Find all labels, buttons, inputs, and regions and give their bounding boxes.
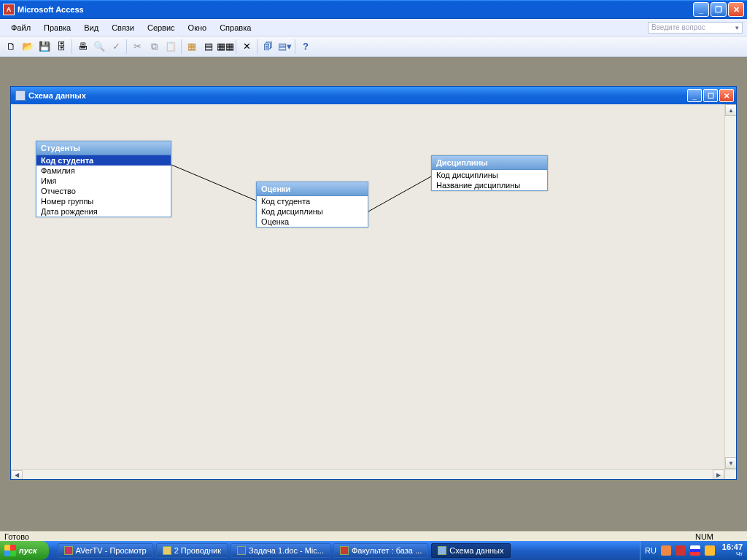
folder-icon bbox=[163, 546, 171, 555]
tray-clock[interactable]: 16:47 Чт bbox=[722, 544, 743, 557]
scroll-left-icon[interactable]: ◀ bbox=[11, 470, 23, 480]
report-icon[interactable]: 🗐 bbox=[260, 39, 276, 55]
app-titlebar: A Microsoft Access _ ❐ ✕ bbox=[0, 0, 747, 19]
tray-icon-1[interactable] bbox=[661, 545, 671, 556]
taskbar: пуск AVerTV - Просмотр 2 Проводник Задач… bbox=[0, 541, 747, 560]
table-subjects-title[interactable]: Дисциплины bbox=[432, 156, 547, 170]
task-label: AVerTV - Просмотр bbox=[76, 546, 147, 555]
task-item-0[interactable]: AVerTV - Просмотр bbox=[58, 543, 153, 558]
menu-edit[interactable]: Правка bbox=[37, 21, 77, 34]
new-object-icon[interactable]: ▤▾ bbox=[276, 39, 293, 55]
start-button[interactable]: пуск bbox=[0, 541, 49, 560]
task-label: Факультет : база ... bbox=[352, 546, 422, 555]
task-item-4[interactable]: Схема данных bbox=[431, 543, 510, 558]
scroll-right-icon[interactable]: ▶ bbox=[713, 470, 724, 479]
preview-icon[interactable]: 🔍 bbox=[91, 39, 107, 55]
word-icon bbox=[237, 546, 246, 555]
schema-canvas[interactable]: Студенты Код студента Фамилия Имя Отчест… bbox=[11, 104, 736, 479]
field-subjects-1[interactable]: Название дисциплины bbox=[432, 180, 547, 190]
field-grades-2[interactable]: Оценка bbox=[257, 217, 368, 227]
show-table-icon[interactable]: ▦ bbox=[184, 39, 200, 55]
field-students-3[interactable]: Отчество bbox=[36, 186, 171, 196]
toolbar: 🗋 📂 💾 🗄 🖶 🔍 ✓ ✂ ⧉ 📋 ▦ ▤ ▦▦ ✕ 🗐 ▤▾ ? bbox=[0, 36, 747, 57]
restore-button[interactable]: ❐ bbox=[711, 2, 727, 17]
access-app-icon: A bbox=[3, 4, 15, 15]
show-all-icon[interactable]: ▦▦ bbox=[217, 39, 233, 55]
spellcheck-icon[interactable]: ✓ bbox=[108, 39, 124, 55]
save-icon[interactable]: 💾 bbox=[36, 39, 53, 55]
menu-relationships[interactable]: Связи bbox=[105, 21, 141, 34]
svg-line-1 bbox=[368, 176, 431, 211]
schema-task-icon bbox=[438, 546, 446, 555]
clear-layout-icon[interactable]: ✕ bbox=[239, 39, 255, 55]
paste-icon[interactable]: 📋 bbox=[163, 39, 179, 55]
field-students-0[interactable]: Код студента bbox=[36, 155, 171, 166]
schema-icon bbox=[15, 90, 26, 101]
lang-indicator[interactable]: RU bbox=[645, 546, 657, 555]
copy-icon[interactable]: ⧉ bbox=[146, 39, 162, 55]
child-maximize-button[interactable]: ☐ bbox=[703, 89, 718, 102]
scroll-corner bbox=[724, 469, 736, 479]
task-item-2[interactable]: Задача 1.doc - Mic... bbox=[231, 543, 330, 558]
field-students-5[interactable]: Дата рождения bbox=[36, 206, 171, 217]
field-students-2[interactable]: Имя bbox=[36, 176, 171, 186]
status-ready: Готово bbox=[4, 532, 29, 541]
menu-file[interactable]: Файл bbox=[4, 21, 37, 34]
help-icon[interactable]: ? bbox=[298, 39, 314, 55]
field-grades-1[interactable]: Код дисциплины bbox=[257, 206, 368, 217]
field-grades-0[interactable]: Код студента bbox=[257, 196, 368, 206]
tray[interactable]: RU 16:47 Чт bbox=[640, 541, 747, 560]
print-icon[interactable]: 🖶 bbox=[74, 39, 90, 55]
windows-logo-icon bbox=[4, 545, 16, 556]
task-label: Задача 1.doc - Mic... bbox=[249, 546, 324, 555]
clock-day: Чт bbox=[736, 551, 743, 557]
close-button[interactable]: ✕ bbox=[728, 2, 744, 17]
child-title: Схема данных bbox=[28, 91, 86, 100]
child-titlebar[interactable]: Схема данных _ ☐ ✕ bbox=[11, 87, 736, 104]
menu-view[interactable]: Вид bbox=[77, 21, 105, 34]
task-item-3[interactable]: Факультет : база ... bbox=[333, 543, 428, 558]
tray-icon-2[interactable] bbox=[676, 545, 686, 556]
table-students-title[interactable]: Студенты bbox=[36, 141, 171, 155]
tray-icon-sound[interactable] bbox=[705, 545, 715, 556]
table-grades-title[interactable]: Оценки bbox=[257, 182, 368, 196]
table-students[interactable]: Студенты Код студента Фамилия Имя Отчест… bbox=[36, 141, 171, 217]
task-item-1[interactable]: 2 Проводник bbox=[156, 543, 228, 558]
task-label: 2 Проводник bbox=[174, 546, 221, 555]
minimize-button[interactable]: _ bbox=[693, 2, 709, 17]
field-subjects-0[interactable]: Код дисциплины bbox=[432, 170, 547, 180]
access-icon bbox=[340, 546, 349, 555]
menu-service[interactable]: Сервис bbox=[141, 21, 182, 34]
scroll-down-icon[interactable]: ▼ bbox=[725, 457, 736, 469]
vscrollbar[interactable]: ▲ ▼ bbox=[724, 104, 736, 469]
svg-line-0 bbox=[171, 165, 256, 201]
menu-window[interactable]: Окно bbox=[182, 21, 214, 34]
field-students-1[interactable]: Фамилия bbox=[36, 166, 171, 176]
table-subjects[interactable]: Дисциплины Код дисциплины Название дисци… bbox=[431, 155, 548, 191]
mdi-area: Схема данных _ ☐ ✕ Студенты Код студента… bbox=[0, 57, 747, 531]
task-icon bbox=[64, 546, 73, 555]
saveas-icon[interactable]: 🗄 bbox=[53, 39, 69, 55]
help-search-box[interactable]: Введите вопрос bbox=[648, 22, 743, 34]
hscrollbar[interactable]: ◀ ▶ bbox=[11, 469, 724, 479]
new-icon[interactable]: 🗋 bbox=[3, 39, 19, 55]
child-minimize-button[interactable]: _ bbox=[687, 89, 702, 102]
statusbar: Готово NUM bbox=[0, 531, 747, 541]
start-label: пуск bbox=[19, 546, 37, 555]
table-grades[interactable]: Оценки Код студента Код дисциплины Оценк… bbox=[256, 182, 368, 228]
child-close-button[interactable]: ✕ bbox=[719, 89, 734, 102]
app-title: Microsoft Access bbox=[18, 5, 84, 14]
field-students-4[interactable]: Номер группы bbox=[36, 196, 171, 206]
tray-icon-3[interactable] bbox=[690, 545, 700, 556]
show-direct-icon[interactable]: ▤ bbox=[201, 39, 217, 55]
task-label: Схема данных bbox=[449, 546, 503, 555]
menubar: Файл Правка Вид Связи Сервис Окно Справк… bbox=[0, 19, 747, 36]
open-icon[interactable]: 📂 bbox=[20, 39, 36, 55]
menu-help[interactable]: Справка bbox=[213, 21, 258, 34]
status-numlock: NUM bbox=[695, 532, 713, 541]
scroll-up-icon[interactable]: ▲ bbox=[725, 104, 736, 116]
cut-icon[interactable]: ✂ bbox=[129, 39, 145, 55]
clock-time: 16:47 bbox=[722, 544, 743, 551]
schema-window: Схема данных _ ☐ ✕ Студенты Код студента… bbox=[10, 86, 737, 480]
